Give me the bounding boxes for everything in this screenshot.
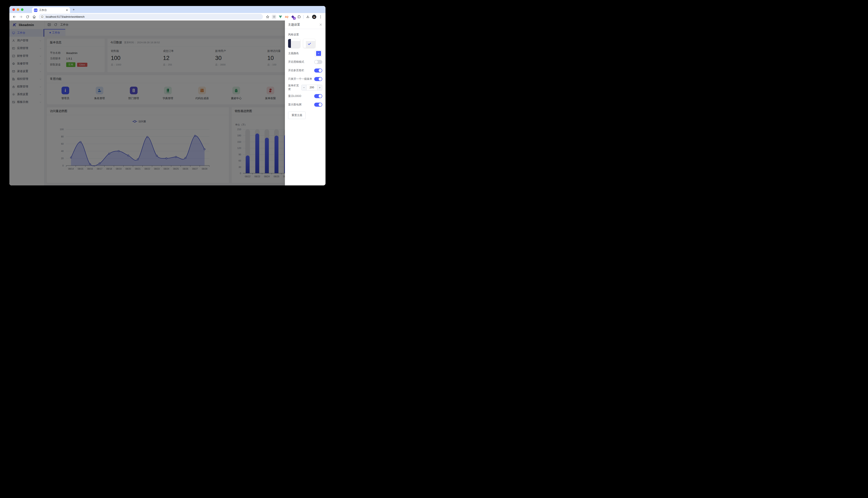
drawer-row-label: 开启多页签栏 [288, 69, 304, 72]
drawer-row-label: 显示LOGO [288, 94, 301, 98]
browser-window: LA 工作台 ✕ localhost:5173/admin/workbench … [9, 6, 326, 185]
increase-width-button[interactable]: + [317, 85, 322, 90]
style-settings-label: 风格设置 [288, 33, 322, 37]
reload-icon[interactable] [26, 15, 29, 19]
minimize-window-button[interactable] [17, 8, 19, 11]
style-option-dark-sidebar[interactable] [288, 39, 300, 48]
forward-icon[interactable] [19, 15, 23, 19]
toolbar-right: SQ 5 [266, 15, 322, 19]
browser-tab[interactable]: LA 工作台 ✕ [32, 7, 70, 13]
theme-color-picker[interactable] [315, 50, 322, 57]
fullscreen-window-button[interactable] [21, 8, 24, 11]
tab-title: 工作台 [39, 8, 64, 12]
sq-extension-icon[interactable]: SQ [285, 15, 289, 19]
browser-menu-icon[interactable] [319, 15, 322, 19]
drawer-row-label: 开启黑暗模式 [288, 60, 304, 64]
drawer-row-label: 只展开一个一级菜单 [288, 77, 312, 81]
drawer-row-显示LOGO: 显示LOGO [288, 92, 322, 100]
drawer-row-开启多页签栏: 开启多页签栏 [288, 66, 322, 75]
reset-theme-button[interactable]: 重置主题 [288, 112, 306, 119]
drawer-row-label: 主题颜色 [288, 52, 299, 55]
bookmark-star-icon[interactable] [266, 15, 270, 19]
drawer-row-label: 显示面包屑 [288, 103, 302, 106]
drawer-row-开启黑暗模式: 开启黑暗模式 [288, 57, 322, 66]
toggle-开启黑暗模式[interactable] [314, 60, 322, 64]
drawer-row-label: 菜单栏宽度 [288, 84, 301, 91]
decrease-width-button[interactable]: − [302, 85, 306, 90]
toggle-显示面包屑[interactable] [314, 103, 322, 107]
theme-settings-drawer: 主题设置 风格设置 主题颜色开启黑暗模式开启多页签栏只展开一个一级菜单菜单栏宽度… [285, 21, 326, 185]
page-viewport: K likeadmin 工作台用户管理应用管理财务管理装修管理渠道设置组织管理权… [9, 21, 326, 185]
url-text: localhost:5173/admin/workbench [46, 15, 85, 18]
tab-favicon: LA [34, 9, 37, 12]
back-icon[interactable] [12, 15, 16, 19]
style-options [288, 39, 322, 48]
drawer-close-icon[interactable] [319, 23, 322, 26]
window-controls [12, 8, 24, 11]
vue-devtools-icon[interactable] [279, 15, 282, 19]
tab-close-icon[interactable]: ✕ [66, 9, 68, 12]
downloads-icon[interactable] [306, 15, 310, 19]
toggle-显示LOGO[interactable] [314, 94, 322, 98]
style-option-light-sidebar[interactable] [303, 39, 315, 48]
selected-check-icon [308, 42, 311, 45]
drawer-row-显示面包屑: 显示面包屑 [288, 100, 322, 109]
drawer-row-主题颜色: 主题颜色 [288, 49, 322, 57]
drawer-row-只展开一个一级菜单: 只展开一个一级菜单 [288, 75, 322, 83]
drawer-row-菜单栏宽度: 菜单栏宽度−200+ [288, 83, 322, 92]
site-info-icon[interactable] [40, 15, 44, 19]
toggle-只展开一个一级菜单[interactable] [314, 77, 322, 81]
drawer-title: 主题设置 [288, 23, 300, 27]
browser-tabstrip: LA 工作台 ✕ [9, 6, 326, 13]
extension-with-badge-icon[interactable]: 5 [291, 15, 295, 19]
drawer-backdrop[interactable] [9, 21, 326, 185]
close-window-button[interactable] [12, 8, 15, 11]
menu-width-stepper: −200+ [301, 85, 322, 91]
extensions-puzzle-icon[interactable] [297, 15, 301, 19]
menu-width-value[interactable]: 200 [306, 85, 317, 90]
toggle-开启多页签栏[interactable] [314, 68, 322, 73]
new-tab-button[interactable] [72, 8, 75, 11]
home-icon[interactable] [32, 15, 36, 19]
toolbar-separator [303, 15, 304, 19]
extension-badge: 5 [293, 17, 296, 19]
react-devtools-icon[interactable] [272, 15, 276, 19]
browser-toolbar: localhost:5173/admin/workbench SQ 5 [9, 13, 326, 21]
address-bar[interactable]: localhost:5173/admin/workbench [39, 14, 263, 19]
profile-avatar[interactable] [312, 15, 316, 19]
